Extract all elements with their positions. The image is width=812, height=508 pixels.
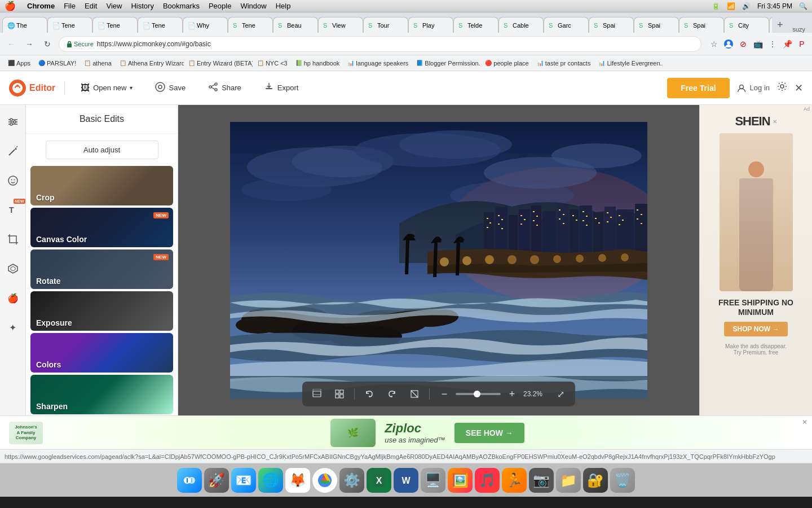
dock-firefox[interactable]: 🦊 — [285, 468, 310, 493]
tab-s2[interactable]: S Beau — [273, 17, 318, 33]
bookmark-entry-wizard[interactable]: 📋 Entry Wizard (BETA) — [185, 59, 253, 68]
edit-item-canvas-color[interactable]: Canvas Color NEW — [30, 208, 173, 247]
auto-adjust-button[interactable]: Auto adjust — [46, 141, 158, 159]
dock-lock[interactable]: 🔐 — [583, 468, 608, 493]
sidebar-apple-shape[interactable]: 🍎 — [3, 288, 23, 308]
zoom-slider[interactable] — [456, 393, 501, 395]
tab-the[interactable]: 🌐 The — [2, 17, 47, 33]
dock-trash[interactable]: 🗑️ — [610, 468, 635, 493]
undo-icon[interactable] — [361, 386, 377, 402]
tab-s11[interactable]: S Spai — [679, 17, 724, 33]
bookmark-blogger[interactable]: 📘 Blogger Permission... — [413, 59, 480, 68]
dock-launchpad[interactable]: 🚀 — [204, 468, 229, 493]
tab-s8[interactable]: S Garc — [544, 17, 589, 33]
menu-view[interactable]: View — [106, 2, 122, 10]
export-button[interactable]: Export — [257, 78, 306, 98]
tab-s3[interactable]: S View — [318, 17, 363, 33]
tab-s6[interactable]: S Telde — [453, 17, 498, 33]
sidebar-magic-wand[interactable] — [3, 141, 23, 161]
menu-edit[interactable]: Edit — [85, 2, 97, 10]
dock-safari[interactable]: 🌐 — [258, 468, 283, 493]
tab-why[interactable]: 📄 Why — [183, 17, 228, 33]
new-tab-button[interactable]: + — [772, 17, 788, 33]
tab-tene1[interactable]: 📄 Tene — [47, 17, 92, 33]
back-button[interactable]: ← — [5, 37, 18, 51]
free-trial-button[interactable]: Free Trial — [667, 78, 729, 98]
dock-word[interactable]: W — [394, 468, 418, 493]
edit-item-rotate[interactable]: Rotate NEW — [30, 249, 173, 289]
tab-s10[interactable]: S Spai — [634, 17, 679, 33]
menu-window[interactable]: Window — [240, 2, 266, 10]
tab-huffi[interactable]: H Huffi — [769, 17, 772, 33]
bookmark-language[interactable]: 📊 language speakers — [344, 59, 412, 68]
menu-people[interactable]: People — [209, 2, 231, 10]
more-icon[interactable]: ⋮ — [767, 38, 778, 50]
menu-search-icon[interactable]: 🔍 — [799, 2, 807, 10]
open-new-button[interactable]: 🖼 Open new ▾ — [74, 80, 139, 97]
adblock-icon[interactable]: ⊘ — [738, 38, 749, 50]
bookmark-parslay[interactable]: 🔵 PARSLAY! — [35, 59, 80, 68]
ad-cta-button[interactable]: SEE HOW → — [454, 423, 524, 443]
sidebar-texture[interactable] — [3, 259, 23, 279]
edit-item-exposure[interactable]: Exposure — [30, 291, 173, 331]
zoom-plus-button[interactable]: + — [504, 386, 520, 402]
ad-close-x[interactable]: ✕ — [773, 119, 777, 125]
sidebar-sticker[interactable]: ✦ — [3, 317, 23, 338]
tab-s9[interactable]: S Spai — [589, 17, 634, 33]
grid-icon[interactable] — [332, 386, 347, 402]
edit-item-crop[interactable]: Crop — [30, 166, 173, 205]
save-button[interactable]: Save — [148, 78, 192, 98]
dock-documents[interactable]: 📁 — [556, 468, 581, 493]
bookmark-nyc[interactable]: 📋 NYC <3 — [254, 59, 291, 68]
zoom-minus-button[interactable]: − — [436, 386, 452, 402]
bookmark-taste[interactable]: 📊 taste pr contacts — [533, 59, 594, 68]
cast-icon[interactable]: 📺 — [752, 38, 764, 50]
dock-photos[interactable]: 🖼️ — [448, 468, 473, 493]
pinterest-icon[interactable]: P — [796, 38, 807, 50]
dock-excel[interactable]: X — [367, 468, 391, 493]
forward-button[interactable]: → — [23, 37, 36, 51]
bottom-ad-close-button[interactable]: ✕ — [802, 418, 807, 426]
address-input[interactable]: Secure https://www.picmonkey.com/#go/bas… — [59, 36, 701, 52]
bookmark-people[interactable]: 🔴 people place — [482, 59, 532, 68]
sidebar-face[interactable] — [3, 170, 23, 191]
tab-tene2[interactable]: 📄 Tene — [92, 17, 138, 33]
ad-shop-button[interactable]: SHOP NOW → — [724, 322, 788, 336]
bookmark-athena[interactable]: 📋 athena — [81, 59, 115, 68]
dock-running[interactable]: 🏃 — [502, 468, 527, 493]
settings-icon[interactable] — [776, 81, 788, 95]
dock-music[interactable]: 🎵 — [475, 468, 500, 493]
tab-s7[interactable]: S Cable — [498, 17, 544, 33]
tab-s12[interactable]: S City — [724, 17, 769, 33]
dock-mail[interactable]: 📧 — [231, 468, 256, 493]
login-button[interactable]: Log in — [736, 83, 770, 93]
layers-icon[interactable] — [309, 386, 325, 402]
delete-icon[interactable] — [407, 386, 422, 402]
share-button[interactable]: Share — [201, 78, 248, 98]
tab-s1[interactable]: S Tene — [228, 17, 273, 33]
profile-icon[interactable] — [723, 38, 734, 50]
menu-file[interactable]: File — [64, 2, 76, 10]
pin-icon[interactable]: 📌 — [782, 38, 793, 50]
fullscreen-icon[interactable]: ⤢ — [553, 386, 568, 402]
bookmark-athena-wizard[interactable]: 📋 Athena Entry Wizard — [116, 59, 184, 68]
menu-bookmarks[interactable]: Bookmarks — [163, 2, 200, 10]
menu-help[interactable]: Help — [276, 2, 291, 10]
close-window-icon[interactable]: ✕ — [795, 82, 803, 94]
menu-history[interactable]: History — [131, 2, 153, 10]
tab-s5[interactable]: S Play — [408, 17, 453, 33]
bookmark-lifestyle[interactable]: 📊 Lifestyle Evergreen... — [595, 59, 663, 68]
redo-icon[interactable] — [384, 386, 400, 402]
edit-item-sharpen[interactable]: Sharpen — [30, 375, 173, 414]
apple-menu[interactable]: 🍎 — [5, 1, 16, 11]
menu-chrome[interactable]: Chrome — [27, 2, 55, 10]
sidebar-sliders[interactable] — [3, 112, 23, 132]
reload-button[interactable]: ↻ — [41, 37, 54, 51]
dock-settings[interactable]: ⚙️ — [339, 468, 364, 493]
dock-chrome[interactable] — [312, 468, 337, 493]
tab-tene3[interactable]: 📄 Tene — [138, 17, 183, 33]
dock-finder[interactable] — [177, 468, 202, 493]
sidebar-text[interactable]: T — [3, 200, 23, 220]
dock-camera[interactable]: 📷 — [529, 468, 554, 493]
tab-s4[interactable]: S Tour — [363, 17, 408, 33]
